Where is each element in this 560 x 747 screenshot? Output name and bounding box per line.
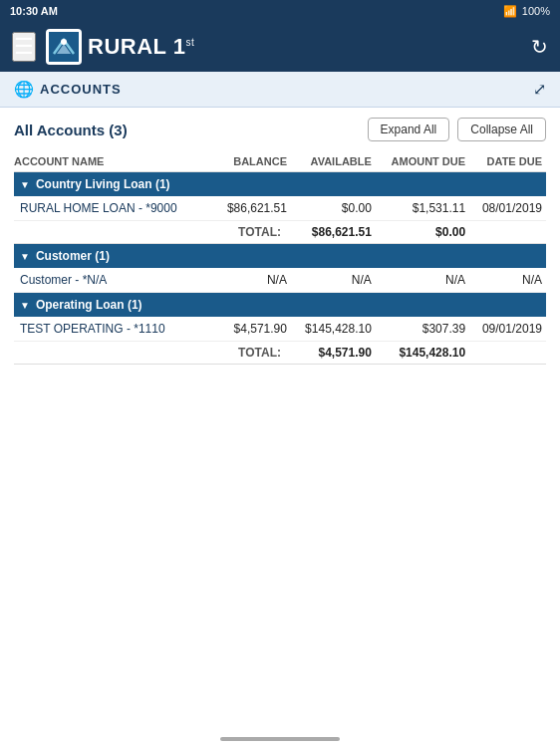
date-due-cell: N/A xyxy=(469,268,546,293)
total-row: TOTAL: $86,621.51 $0.00 xyxy=(14,221,546,244)
total-available: $0.00 xyxy=(376,221,469,244)
total-label: TOTAL: xyxy=(214,342,291,365)
available-cell: $145,428.10 xyxy=(291,317,376,342)
table-row[interactable]: Customer - *N/A N/A N/A N/A N/A xyxy=(14,268,546,293)
brand-sup: st xyxy=(185,37,194,48)
section-title: Customer (1) xyxy=(36,249,110,263)
total-row: TOTAL: $4,571.90 $145,428.10 xyxy=(14,342,546,365)
nav-bar: ☰ RURAL 1st ↻ xyxy=(0,22,560,72)
balance-cell: N/A xyxy=(214,268,291,293)
globe-icon: 🌐 xyxy=(14,80,34,99)
accounts-header-row: All Accounts (3) Expand All Collapse All xyxy=(14,118,546,141)
account-name-cell: RURAL HOME LOAN - *9000 xyxy=(14,196,214,221)
total-balance: $86,621.51 xyxy=(291,221,376,244)
table-row[interactable]: TEST OPERATING - *1110 $4,571.90 $145,42… xyxy=(14,317,546,342)
table-row[interactable]: RURAL HOME LOAN - *9000 $86,621.51 $0.00… xyxy=(14,196,546,221)
logo-container: RURAL 1st xyxy=(46,29,194,65)
col-account-name: ACCOUNT NAME xyxy=(14,151,214,172)
section-header-row[interactable]: ▼Customer (1) xyxy=(14,244,546,269)
refresh-button[interactable]: ↻ xyxy=(531,35,548,59)
amount-due-cell: N/A xyxy=(376,268,469,293)
col-date-due: DATE DUE xyxy=(469,151,546,172)
hamburger-button[interactable]: ☰ xyxy=(12,32,36,62)
collapse-all-button[interactable]: Collapse All xyxy=(457,118,546,141)
amount-due-cell: $1,531.11 xyxy=(376,196,469,221)
col-available: AVAILABLE xyxy=(291,151,376,172)
section-header-row[interactable]: ▼Operating Loan (1) xyxy=(14,293,546,318)
status-right: 📶 100% xyxy=(503,5,550,18)
section-header-row[interactable]: ▼Country Living Loan (1) xyxy=(14,172,546,197)
total-balance: $4,571.90 xyxy=(291,342,376,365)
sub-header: 🌐 ACCOUNTS ⤢ xyxy=(0,72,560,108)
account-name-cell: TEST OPERATING - *1110 xyxy=(14,317,214,342)
button-group: Expand All Collapse All xyxy=(368,118,546,141)
total-available: $145,428.10 xyxy=(376,342,469,365)
section-title: Operating Loan (1) xyxy=(36,298,142,312)
battery-icon: 100% xyxy=(522,5,550,17)
brand-name: RURAL 1st xyxy=(88,34,194,60)
table-header-row: ACCOUNT NAME BALANCE AVAILABLE AMOUNT DU… xyxy=(14,151,546,172)
main-content: All Accounts (3) Expand All Collapse All… xyxy=(0,108,560,747)
expand-all-button[interactable]: Expand All xyxy=(368,118,450,141)
status-bar: 10:30 AM 📶 100% xyxy=(0,0,560,22)
section-arrow-icon: ▼ xyxy=(20,300,30,311)
balance-cell: $4,571.90 xyxy=(214,317,291,342)
account-name-cell: Customer - *N/A xyxy=(14,268,214,293)
col-amount-due: AMOUNT DUE xyxy=(376,151,469,172)
logo-icon xyxy=(46,29,82,65)
sub-header-title: ACCOUNTS xyxy=(40,82,122,97)
available-cell: N/A xyxy=(291,268,376,293)
date-due-cell: 09/01/2019 xyxy=(469,317,546,342)
section-arrow-icon: ▼ xyxy=(20,251,30,262)
available-cell: $0.00 xyxy=(291,196,376,221)
amount-due-cell: $307.39 xyxy=(376,317,469,342)
total-label: TOTAL: xyxy=(214,221,291,244)
section-arrow-icon: ▼ xyxy=(20,179,30,190)
section-title: Country Living Loan (1) xyxy=(36,177,170,191)
accounts-table: ACCOUNT NAME BALANCE AVAILABLE AMOUNT DU… xyxy=(14,151,546,365)
wifi-icon: 📶 xyxy=(503,5,517,18)
nav-left: ☰ RURAL 1st xyxy=(12,29,194,65)
balance-cell: $86,621.51 xyxy=(214,196,291,221)
sub-header-left: 🌐 ACCOUNTS xyxy=(14,80,122,99)
svg-point-1 xyxy=(61,39,67,45)
status-time: 10:30 AM xyxy=(10,5,58,17)
expand-screen-icon[interactable]: ⤢ xyxy=(533,80,546,99)
date-due-cell: 08/01/2019 xyxy=(469,196,546,221)
home-indicator xyxy=(220,737,340,741)
col-balance: BALANCE xyxy=(214,151,291,172)
accounts-title: All Accounts (3) xyxy=(14,122,128,138)
